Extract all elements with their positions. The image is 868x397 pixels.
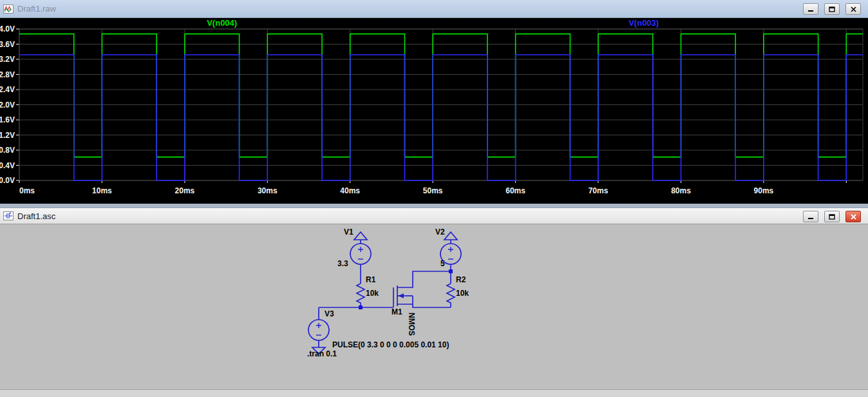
m1-drain-wire[interactable] bbox=[397, 271, 451, 287]
y-axis-label: 2.4V bbox=[0, 85, 15, 94]
v1-name-label[interactable]: V1 bbox=[344, 228, 354, 237]
m1-nmos-symbol[interactable] bbox=[393, 271, 451, 307]
x-axis-label: 40ms bbox=[340, 186, 360, 195]
v3-value-label[interactable]: PULSE(0 3.3 0 0 0 0.005 0.01 10) bbox=[332, 341, 449, 349]
tran-directive-label[interactable]: .tran 0.1 bbox=[307, 350, 337, 358]
schematic-minimize-button[interactable] bbox=[803, 211, 818, 222]
m1-source-wire[interactable] bbox=[397, 296, 451, 307]
close-icon bbox=[851, 214, 856, 220]
r1-value-label[interactable]: 10k bbox=[366, 289, 379, 298]
y-axis-label: 1.2V bbox=[0, 131, 15, 140]
junction-dot-r1-gate bbox=[359, 305, 363, 309]
minimize-icon bbox=[807, 6, 814, 12]
r1-name-label[interactable]: R1 bbox=[366, 276, 375, 284]
maximize-icon bbox=[829, 6, 835, 12]
v1-ground-flag-icon[interactable] bbox=[354, 232, 367, 244]
r2-value-label[interactable]: 10k bbox=[456, 289, 469, 298]
window-bottom-frame bbox=[0, 389, 868, 397]
x-axis-label: 70ms bbox=[589, 186, 609, 195]
trace-name-label[interactable]: V(n003) bbox=[628, 18, 659, 28]
plot-titlebar[interactable]: Draft1.raw bbox=[0, 0, 868, 18]
x-axis-label: 90ms bbox=[754, 186, 774, 195]
v3-name-label[interactable]: V3 bbox=[325, 310, 334, 318]
x-axis-label: 10ms bbox=[92, 186, 112, 195]
waveform-trace-1 bbox=[19, 55, 863, 180]
y-axis-label: 4.0V bbox=[0, 24, 15, 34]
x-axis-label: 60ms bbox=[505, 186, 525, 195]
schematic-maximize-button[interactable] bbox=[824, 211, 840, 222]
x-axis-label: 0ms bbox=[19, 186, 35, 195]
waveform-window: Draft1.raw 0.0V0.4V0.8V1.2V1.6V2.0V2.4V2… bbox=[0, 0, 868, 204]
y-axis-label: 0.0V bbox=[0, 176, 15, 185]
v1-value-label[interactable]: 3.3 bbox=[337, 260, 348, 268]
schematic-window-title: Draft1.asc bbox=[17, 211, 55, 221]
v2-value-label[interactable]: 5 bbox=[440, 260, 445, 268]
x-axis-label: 50ms bbox=[423, 186, 443, 195]
v2-ground-flag-icon[interactable] bbox=[444, 232, 457, 244]
schematic-titlebar[interactable]: Draft1.asc bbox=[0, 208, 868, 224]
plot-maximize-button[interactable] bbox=[824, 3, 840, 15]
maximize-icon bbox=[829, 214, 835, 220]
schematic-canvas[interactable]: V1 3.3 V2 5 R1 10k R2 10k M1 NMOS V3 PUL… bbox=[0, 224, 868, 389]
y-axis-label: 0.8V bbox=[0, 146, 15, 155]
close-icon bbox=[851, 6, 856, 12]
plot-close-button[interactable] bbox=[845, 3, 861, 15]
plot-minimize-button[interactable] bbox=[803, 3, 818, 15]
schematic-file-icon[interactable] bbox=[3, 211, 14, 220]
y-axis-label: 2.8V bbox=[0, 70, 15, 79]
trace-name-label[interactable]: V(n004) bbox=[207, 18, 237, 28]
r2-resistor-symbol[interactable] bbox=[447, 284, 455, 307]
y-axis-label: 3.6V bbox=[0, 40, 15, 49]
waveform-trace-0 bbox=[19, 34, 863, 157]
schematic-close-button[interactable] bbox=[845, 211, 861, 222]
y-axis-label: 1.6V bbox=[0, 115, 15, 124]
waveform-file-icon[interactable] bbox=[3, 5, 14, 14]
minimize-icon bbox=[807, 214, 814, 220]
m1-name-label[interactable]: M1 bbox=[392, 308, 402, 316]
r1-resistor-symbol[interactable] bbox=[357, 284, 364, 307]
m1-arrow-icon bbox=[398, 293, 404, 298]
y-axis-label: 3.2V bbox=[0, 55, 15, 64]
circuit-drawing[interactable] bbox=[0, 224, 868, 389]
plot-window-title: Draft1.raw bbox=[17, 4, 56, 14]
junction-dot-drain-r2 bbox=[449, 269, 453, 273]
v1-voltage-source-symbol[interactable] bbox=[350, 244, 371, 264]
waveform-svg[interactable]: 0.0V0.4V0.8V1.2V1.6V2.0V2.4V2.8V3.2V3.6V… bbox=[0, 18, 868, 204]
y-axis-label: 0.4V bbox=[0, 161, 15, 170]
v2-name-label[interactable]: V2 bbox=[435, 228, 445, 237]
x-axis-label: 80ms bbox=[671, 186, 691, 195]
m1-model-label[interactable]: NMOS bbox=[407, 313, 415, 336]
r2-name-label[interactable]: R2 bbox=[456, 276, 466, 284]
x-axis-label: 30ms bbox=[258, 186, 278, 195]
schematic-window: Draft1.asc bbox=[0, 208, 868, 397]
y-axis-label: 2.0V bbox=[0, 101, 15, 110]
waveform-plot-area[interactable]: 0.0V0.4V0.8V1.2V1.6V2.0V2.4V2.8V3.2V3.6V… bbox=[0, 18, 868, 204]
x-axis-label: 20ms bbox=[175, 186, 195, 195]
